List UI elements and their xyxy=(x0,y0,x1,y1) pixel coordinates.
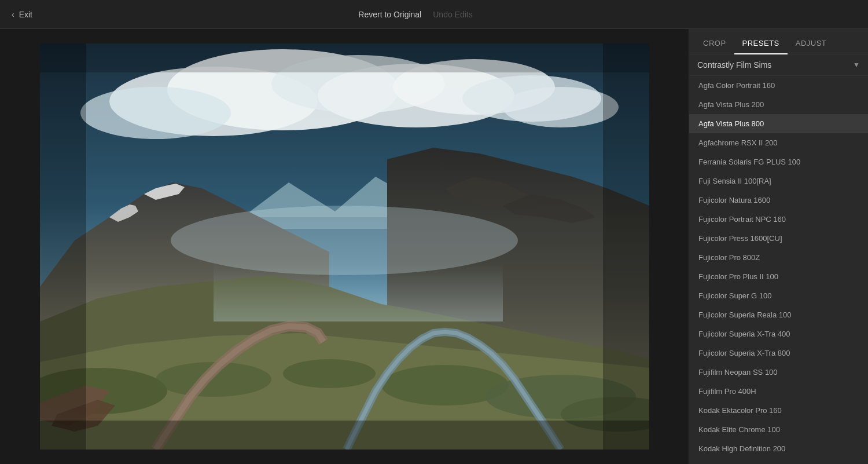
preset-item[interactable]: Agfa Vista Plus 200 xyxy=(689,95,868,114)
svg-point-7 xyxy=(80,87,231,139)
preset-item[interactable]: Fujicolor Super G 100 xyxy=(689,286,868,305)
topbar: ‹ Exit Revert to Original Undo Edits xyxy=(0,0,868,29)
svg-point-28 xyxy=(171,206,518,275)
preset-item[interactable]: Fujicolor Pro 800Z xyxy=(689,248,868,267)
preset-item[interactable]: Kodak Elite Chrome 100 xyxy=(689,420,868,439)
preset-item[interactable]: Fujicolor Superia Reala 100 xyxy=(689,305,868,324)
svg-point-8 xyxy=(503,87,619,127)
svg-rect-30 xyxy=(603,43,649,450)
preset-item[interactable]: Ferrania Solaris FG PLUS 100 xyxy=(689,152,868,171)
preset-item[interactable]: Fujifilm Pro 400H xyxy=(689,382,868,401)
preset-item[interactable]: Kodak Ektacolor Pro 160 xyxy=(689,401,868,420)
tab-crop[interactable]: CROP xyxy=(695,33,734,54)
main-area: CROP PRESETS ADJUST Contrastly Film Sims… xyxy=(0,29,868,464)
image-area xyxy=(0,29,689,464)
svg-rect-32 xyxy=(40,421,649,450)
preset-item[interactable]: Fujicolor Superia X-Tra 400 xyxy=(689,324,868,344)
exit-label: Exit xyxy=(19,10,32,19)
svg-rect-31 xyxy=(40,43,649,72)
tab-presets[interactable]: PRESETS xyxy=(734,33,788,54)
exit-button[interactable]: ‹ Exit xyxy=(12,10,32,19)
right-panel: CROP PRESETS ADJUST Contrastly Film Sims… xyxy=(689,29,868,464)
photo-canvas xyxy=(40,43,649,450)
topbar-actions: Revert to Original Undo Edits xyxy=(358,10,472,19)
chevron-left-icon: ‹ xyxy=(12,10,14,19)
preset-item[interactable]: Fujicolor Natura 1600 xyxy=(689,191,868,210)
preset-category-dropdown[interactable]: Contrastly Film Sims ▼ xyxy=(689,54,868,76)
preset-item[interactable]: Agfa Color Portrait 160 xyxy=(689,76,868,95)
preset-item[interactable]: Fujicolor Superia X-Tra 800 xyxy=(689,344,868,363)
preset-item[interactable]: Agfachrome RSX II 200 xyxy=(689,133,868,152)
dropdown-arrow-icon: ▼ xyxy=(853,61,860,69)
preset-item[interactable]: Fujicolor Press 1600[CU] xyxy=(689,229,868,248)
preset-list: Agfa Color Portrait 160Agfa Vista Plus 2… xyxy=(689,76,868,464)
preset-item[interactable]: Kodak T-Max 3200 xyxy=(689,458,868,464)
preset-category-label: Contrastly Film Sims xyxy=(697,60,771,70)
revert-button[interactable]: Revert to Original xyxy=(358,10,421,19)
preset-item[interactable]: Fujifilm Neopan SS 100 xyxy=(689,363,868,382)
preset-item[interactable]: Agfa Vista Plus 800 xyxy=(689,114,868,133)
svg-point-21 xyxy=(283,359,376,388)
tab-adjust[interactable]: ADJUST xyxy=(788,33,835,54)
svg-rect-29 xyxy=(40,43,86,450)
tab-bar: CROP PRESETS ADJUST xyxy=(689,29,868,54)
preset-item[interactable]: Fuji Sensia II 100[RA] xyxy=(689,171,868,191)
preset-item[interactable]: Fujicolor Portrait NPC 160 xyxy=(689,210,868,229)
preset-item[interactable]: Kodak High Definition 200 xyxy=(689,439,868,458)
landscape-photo xyxy=(40,43,649,450)
undo-button[interactable]: Undo Edits xyxy=(433,10,472,19)
preset-item[interactable]: Fujicolor Pro Plus II 100 xyxy=(689,267,868,286)
